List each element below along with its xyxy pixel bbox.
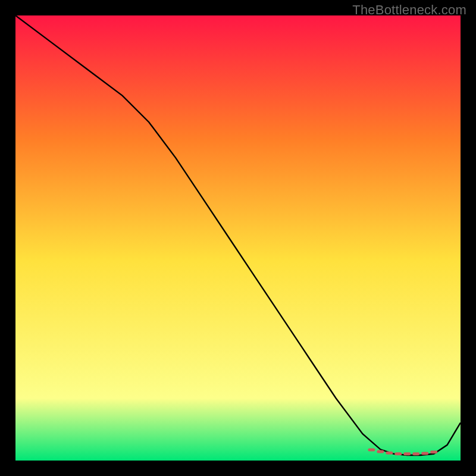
trough-marker bbox=[368, 449, 375, 452]
trough-marker bbox=[386, 452, 393, 455]
trough-marker bbox=[421, 452, 428, 455]
trough-marker bbox=[430, 450, 437, 453]
chart-svg bbox=[15, 15, 461, 461]
trough-marker bbox=[377, 450, 384, 453]
plot-area bbox=[15, 15, 461, 461]
trough-marker bbox=[412, 452, 419, 455]
trough-marker bbox=[394, 452, 402, 455]
gradient-background bbox=[15, 15, 461, 461]
chart-frame: TheBottleneck.com bbox=[0, 0, 476, 476]
trough-marker bbox=[403, 452, 411, 455]
